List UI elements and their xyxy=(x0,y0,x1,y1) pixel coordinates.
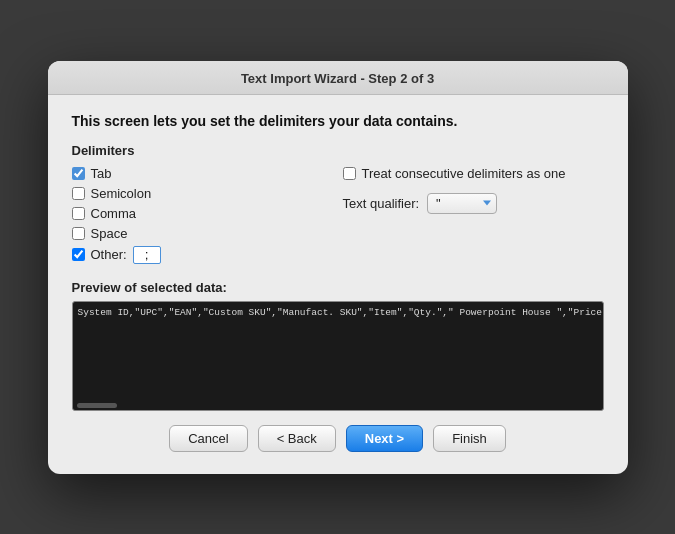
dialog-content: This screen lets you set the delimiters … xyxy=(48,95,628,474)
text-qualifier-select-wrapper: " ' {none} xyxy=(427,193,497,214)
treat-consecutive-checkbox[interactable] xyxy=(343,167,356,180)
tab-label[interactable]: Tab xyxy=(91,166,112,181)
preview-scrollbar[interactable] xyxy=(77,403,117,408)
preview-content: System ID,"UPC","EAN","Custom SKU","Manu… xyxy=(73,302,603,410)
text-qualifier-label: Text qualifier: xyxy=(343,196,420,211)
dialog: Text Import Wizard - Step 2 of 3 This sc… xyxy=(48,61,628,474)
comma-label[interactable]: Comma xyxy=(91,206,137,221)
tab-option: Tab xyxy=(72,166,333,181)
text-qualifier-select[interactable]: " ' {none} xyxy=(427,193,497,214)
space-checkbox[interactable] xyxy=(72,227,85,240)
semicolon-checkbox[interactable] xyxy=(72,187,85,200)
text-qualifier-row: Text qualifier: " ' {none} xyxy=(343,193,498,214)
comma-checkbox[interactable] xyxy=(72,207,85,220)
finish-button[interactable]: Finish xyxy=(433,425,506,452)
other-label[interactable]: Other: xyxy=(91,247,127,262)
other-input[interactable] xyxy=(133,246,161,264)
dialog-title: Text Import Wizard - Step 2 of 3 xyxy=(241,71,434,86)
button-row: Cancel < Back Next > Finish xyxy=(72,425,604,458)
title-bar: Text Import Wizard - Step 2 of 3 xyxy=(48,61,628,95)
space-option: Space xyxy=(72,226,333,241)
cancel-button[interactable]: Cancel xyxy=(169,425,247,452)
delimiters-label: Delimiters xyxy=(72,143,604,158)
instruction-text: This screen lets you set the delimiters … xyxy=(72,113,604,129)
back-button[interactable]: < Back xyxy=(258,425,336,452)
space-label[interactable]: Space xyxy=(91,226,128,241)
tab-checkbox[interactable] xyxy=(72,167,85,180)
semicolon-label[interactable]: Semicolon xyxy=(91,186,152,201)
semicolon-option: Semicolon xyxy=(72,186,333,201)
treat-consecutive-option: Treat consecutive delimiters as one xyxy=(343,166,566,181)
preview-box: System ID,"UPC","EAN","Custom SKU","Manu… xyxy=(72,301,604,411)
other-option: Other: xyxy=(72,246,333,264)
other-checkbox[interactable] xyxy=(72,248,85,261)
next-button[interactable]: Next > xyxy=(346,425,423,452)
comma-option: Comma xyxy=(72,206,333,221)
preview-label: Preview of selected data: xyxy=(72,280,604,295)
treat-consecutive-label[interactable]: Treat consecutive delimiters as one xyxy=(362,166,566,181)
delimiters-section: Tab Semicolon Comma Space Other: xyxy=(72,166,604,264)
options-right-col: Treat consecutive delimiters as one Text… xyxy=(333,166,604,264)
delimiters-left-col: Tab Semicolon Comma Space Other: xyxy=(72,166,333,264)
preview-section: Preview of selected data: System ID,"UPC… xyxy=(72,280,604,411)
